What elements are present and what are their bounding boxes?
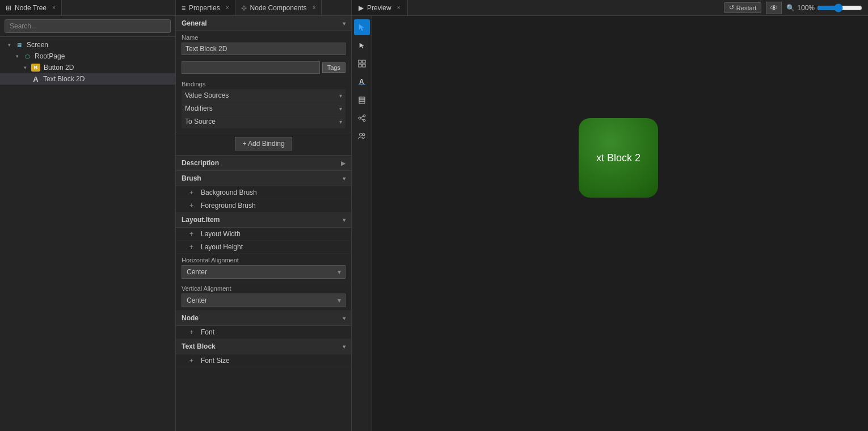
font-row[interactable]: + Font <box>176 326 351 339</box>
text-tool-icon[interactable]: A <box>354 74 370 90</box>
preview-tab-label: Preview <box>367 4 391 12</box>
expand-arrow-button2d: ▾ <box>24 65 27 70</box>
svg-point-11 <box>363 119 365 122</box>
layout-item-section-label: Layout.Item <box>182 216 220 224</box>
svg-point-15 <box>363 133 365 136</box>
tree-items: ▾ 🖥 Screen ▾ ⬡ RootPage ▾ B Button 2D <box>0 37 175 431</box>
background-brush-label: Background Brush <box>201 189 257 196</box>
node-components-icon: ⊹ <box>241 4 247 12</box>
layout-item-section-header[interactable]: Layout.Item ▾ <box>176 212 351 228</box>
general-section-label: General <box>182 19 207 27</box>
font-size-row[interactable]: + Font Size <box>176 354 351 367</box>
share-tool-icon[interactable] <box>354 110 370 126</box>
preview-tab-close[interactable]: × <box>397 5 401 11</box>
cursor-tool-icon[interactable] <box>354 19 370 35</box>
restart-label: Restart <box>736 5 756 11</box>
preview-button-text: xt Block 2 <box>596 152 641 164</box>
background-brush-row[interactable]: + Background Brush <box>176 186 351 199</box>
button-icon: B <box>31 64 40 72</box>
description-section-header[interactable]: Description ▶ <box>176 156 351 171</box>
tags-button[interactable]: Tags <box>322 62 345 73</box>
value-sources-chevron: ▾ <box>339 93 342 99</box>
properties-content: General ▾ Name Tags Bindings Value Sourc… <box>176 16 351 431</box>
zoom-icon: 🔍 <box>786 4 795 12</box>
properties-tab-close[interactable]: × <box>226 5 229 11</box>
node-tree-tab-close[interactable]: × <box>52 5 56 11</box>
monitor-icon: 🖥 <box>15 41 23 49</box>
svg-rect-6 <box>359 97 365 99</box>
tree-item-button2d[interactable]: ▾ B Button 2D <box>0 62 175 73</box>
restart-button[interactable]: ↺ Restart <box>724 2 761 13</box>
properties-tab[interactable]: ≡ Properties × <box>176 0 235 15</box>
tree-label-rootpage: RootPage <box>35 52 65 60</box>
preview-controls: ↺ Restart 👁 🔍 100% <box>718 2 868 14</box>
layout-height-row[interactable]: + Layout Height <box>176 241 351 254</box>
tree-label-screen: Screen <box>27 41 48 49</box>
node-components-tab-close[interactable]: × <box>313 5 316 11</box>
text-icon: A <box>32 75 40 83</box>
vertical-alignment-select[interactable]: Left Center Right Stretch <box>182 294 345 307</box>
node-section-header[interactable]: Node ▾ <box>176 311 351 326</box>
tree-item-textblock2d[interactable]: A Text Block 2D <box>0 73 175 85</box>
zoom-slider[interactable] <box>817 3 862 12</box>
preview-play-icon: ▶ <box>359 4 364 12</box>
tags-row: Tags <box>176 58 351 77</box>
eye-button[interactable]: 👁 <box>766 2 782 14</box>
tree-label-button2d: Button 2D <box>44 64 74 72</box>
text-block-section-header[interactable]: Text Block ▾ <box>176 339 351 354</box>
name-label: Name <box>182 34 345 41</box>
node-chevron-icon: ▾ <box>343 315 345 321</box>
tree-item-rootpage[interactable]: ▾ ⬡ RootPage <box>0 51 175 62</box>
layout-width-label: Layout Width <box>201 230 241 238</box>
layout-width-row[interactable]: + Layout Width <box>176 228 351 241</box>
node-tree-tab-bar: ⊞ Node Tree × <box>0 0 175 16</box>
modifiers-row[interactable]: Modifiers ▾ <box>182 102 345 115</box>
svg-point-14 <box>359 133 362 136</box>
to-source-label: To Source <box>185 118 216 125</box>
users-tool-icon[interactable] <box>354 128 370 144</box>
value-sources-row[interactable]: Value Sources ▾ <box>182 89 345 102</box>
tags-input[interactable] <box>182 61 320 74</box>
modifiers-chevron: ▾ <box>339 106 342 112</box>
foreground-brush-label: Foreground Brush <box>201 202 256 210</box>
svg-rect-3 <box>363 64 365 67</box>
node-tree-tab-label: Node Tree <box>15 4 47 12</box>
node-section-label: Node <box>182 314 199 322</box>
preview-tab[interactable]: ▶ Preview × <box>352 0 408 15</box>
vertical-alignment-row: Vertical Alignment Left Center Right Str… <box>176 282 351 311</box>
add-binding-button[interactable]: + Add Binding <box>235 137 292 150</box>
brush-section-header[interactable]: Brush ▾ <box>176 171 351 186</box>
horizontal-alignment-label: Horizontal Alignment <box>182 257 345 263</box>
to-source-row[interactable]: To Source ▾ <box>182 115 345 128</box>
restart-icon: ↺ <box>729 4 734 11</box>
general-section-header[interactable]: General ▾ <box>176 16 351 31</box>
svg-point-10 <box>363 115 365 117</box>
preview-tab-bar: ▶ Preview × ↺ Restart 👁 🔍 100% <box>352 0 868 16</box>
value-sources-label: Value Sources <box>185 91 229 99</box>
name-input[interactable] <box>182 43 345 55</box>
node-tree-tab[interactable]: ⊞ Node Tree × <box>0 0 62 15</box>
zoom-display: 🔍 100% <box>786 3 862 12</box>
layout-width-plus-icon: + <box>189 230 197 238</box>
grid-tool-icon[interactable] <box>354 56 370 72</box>
general-chevron-icon: ▾ <box>343 20 345 27</box>
bindings-section: Bindings Value Sources ▾ Modifiers ▾ To … <box>176 77 351 132</box>
horizontal-alignment-select[interactable]: Left Center Right Stretch <box>182 265 345 279</box>
modifiers-label: Modifiers <box>185 104 213 112</box>
search-container <box>0 16 175 37</box>
vertical-alignment-label: Vertical Alignment <box>182 285 345 292</box>
properties-panel: ≡ Properties × ⊹ Node Components × Gener… <box>176 0 352 431</box>
search-input[interactable] <box>5 19 171 33</box>
arrow-tool-icon[interactable] <box>354 37 370 53</box>
layout-height-label: Layout Height <box>201 243 243 251</box>
expand-arrow-screen: ▾ <box>8 42 11 48</box>
preview-toolbar: A <box>352 16 372 431</box>
node-components-tab[interactable]: ⊹ Node Components × <box>235 0 322 15</box>
foreground-brush-row[interactable]: + Foreground Brush <box>176 199 351 212</box>
svg-line-13 <box>361 119 363 120</box>
font-plus-icon: + <box>189 328 197 336</box>
node-tree-icon: ⊞ <box>6 4 11 12</box>
text-block-section-label: Text Block <box>182 342 216 350</box>
tree-item-screen[interactable]: ▾ 🖥 Screen <box>0 39 175 51</box>
layers-tool-icon[interactable] <box>354 92 370 108</box>
